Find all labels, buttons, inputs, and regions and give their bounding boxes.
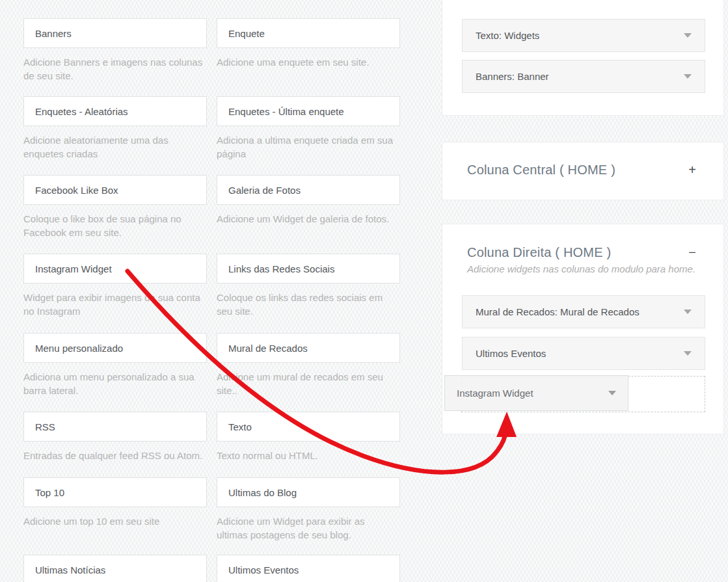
- sidebar-card-coluna-direita: Coluna Direita ( HOME ) − Adicione widge…: [442, 224, 724, 434]
- widget-card-links-redes-sociais[interactable]: Links das Redes Sociais: [217, 254, 400, 284]
- chevron-down-icon: [684, 310, 692, 314]
- widgets-admin-page: Banners Adicione Banners e imagens nas c…: [0, 0, 728, 582]
- sidebar-widget-label: Texto: Widgets: [476, 30, 539, 41]
- widget-card-description: Entradas de qualquer feed RSS ou Atom.: [23, 449, 203, 462]
- sidebar-widget-texto-widgets[interactable]: Texto: Widgets: [462, 19, 705, 52]
- widget-card-description: Adicione Banners e imagens nas colunas d…: [23, 55, 203, 83]
- chevron-down-icon: [608, 391, 616, 395]
- widget-card-description: Adicione um top 10 em seu site: [23, 514, 203, 528]
- sidebar-widget-label: Instagram Widget: [457, 388, 533, 399]
- collapse-toggle-icon[interactable]: −: [688, 245, 696, 260]
- chevron-down-icon: [684, 351, 692, 356]
- widget-card-title: Menu personalizado: [35, 343, 123, 354]
- widget-card-ultimas-noticias[interactable]: Ultimas Notícias: [23, 555, 207, 582]
- widget-card-description: Coloque o like box de sua página no Face…: [23, 212, 203, 239]
- expand-toggle-icon[interactable]: +: [688, 163, 696, 178]
- widget-card-title: Banners: [35, 28, 72, 39]
- widget-card-description: Adicione um mural de recados em seu site…: [217, 370, 396, 397]
- widget-card-title: Mural de Recados: [228, 343, 308, 354]
- sidebar-widget-label: Banners: Banner: [476, 71, 549, 82]
- widget-card-title: Galeria de Fotos: [228, 185, 301, 196]
- widget-card-title: RSS: [35, 421, 55, 432]
- widget-card-title: Ultimas Notícias: [35, 564, 105, 575]
- sidebar-title: Coluna Direita ( HOME ): [467, 245, 697, 260]
- chevron-down-icon: [684, 74, 692, 79]
- widget-card-banners[interactable]: Banners: [23, 18, 207, 48]
- widget-card-description: Adiciona um menu personalizado a sua bar…: [23, 370, 203, 397]
- sidebar-widget-banners-banner[interactable]: Banners: Banner: [462, 60, 705, 93]
- sidebar-title: Coluna Central ( HOME ): [467, 163, 697, 178]
- sidebar-widget-label: Ultimos Eventos: [476, 348, 546, 359]
- widget-card-description: Adicione aleatoriamente uma das enquetes…: [23, 133, 203, 161]
- widget-card-ultimas-do-blog[interactable]: Ultimas do Blog: [217, 477, 400, 507]
- widget-card-description: Widget para exibir imagens de sua conta …: [23, 291, 203, 318]
- widget-card-title: Top 10: [35, 487, 64, 498]
- widget-card-title: Texto: [228, 421, 252, 432]
- sidebar-card-coluna-central: Coluna Central ( HOME ) +: [442, 142, 724, 200]
- widget-card-top-10[interactable]: Top 10: [23, 477, 207, 507]
- sidebar-widget-mural-de-recados[interactable]: Mural de Recados: Mural de Recados: [462, 295, 705, 328]
- widget-card-title: Links das Redes Sociais: [228, 263, 334, 274]
- widget-card-enquetes-aleatorias[interactable]: Enquetes - Aleatórias: [23, 96, 207, 126]
- widget-card-description: Adicione uma enquete em seu site.: [217, 55, 396, 69]
- widget-card-rss[interactable]: RSS: [23, 412, 207, 442]
- widget-card-enquete[interactable]: Enquete: [217, 18, 400, 48]
- widget-card-description: Adicione um Widget para exibir as ultima…: [217, 514, 396, 542]
- widget-card-instagram-widget[interactable]: Instagram Widget: [23, 254, 207, 284]
- widget-card-title: Enquetes - Aleatórias: [35, 106, 128, 117]
- widget-card-description: Coloque os links das redes sociais em se…: [217, 291, 396, 318]
- dragging-widget-instagram[interactable]: Instagram Widget: [444, 375, 628, 411]
- chevron-down-icon: [684, 33, 692, 38]
- widget-card-mural-de-recados[interactable]: Mural de Recados: [217, 333, 400, 363]
- widget-card-title: Ultimos Eventos: [228, 564, 299, 575]
- widget-card-description: Texto normal ou HTML.: [217, 449, 396, 462]
- sidebar-widget-label: Mural de Recados: Mural de Recados: [476, 306, 640, 317]
- sidebar-card-top: Texto: Widgets Banners: Banner: [442, 0, 724, 116]
- sidebar-widget-ultimos-eventos[interactable]: Ultimos Eventos: [462, 337, 705, 370]
- widget-card-title: Ultimas do Blog: [228, 487, 297, 498]
- widget-card-facebook-like-box[interactable]: Facebook Like Box: [23, 175, 207, 205]
- widget-card-description: Adiciona a ultima enquete criada em sua …: [217, 133, 396, 161]
- widget-card-enquetes-ultima[interactable]: Enquetes - Última enquete: [217, 96, 400, 126]
- widget-card-title: Enquetes - Última enquete: [228, 106, 344, 117]
- widget-card-description: Adicione um Widget de galeria de fotos.: [217, 212, 396, 226]
- widget-card-title: Instagram Widget: [35, 263, 112, 274]
- widget-card-title: Facebook Like Box: [35, 185, 118, 196]
- widget-card-ultimos-eventos[interactable]: Ultimos Eventos: [217, 555, 400, 582]
- sidebar-subtitle: Adicione widgets nas colunas do modulo p…: [467, 263, 697, 274]
- widget-card-galeria-de-fotos[interactable]: Galeria de Fotos: [217, 175, 400, 205]
- widget-card-menu-personalizado[interactable]: Menu personalizado: [23, 333, 207, 363]
- widget-card-texto[interactable]: Texto: [217, 412, 400, 442]
- widget-card-title: Enquete: [228, 28, 265, 39]
